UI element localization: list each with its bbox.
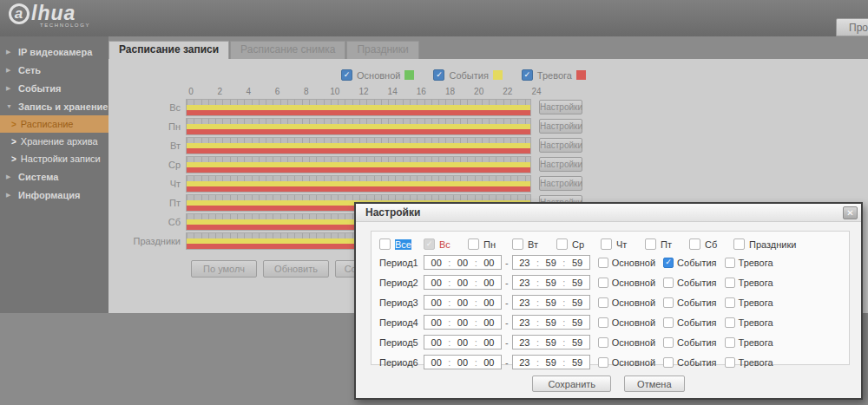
row-settings-button[interactable]: Настройки [539, 119, 582, 134]
sidebar: ▶IP видеокамера▶Сеть▶События▼Запись и хр… [0, 36, 108, 313]
time-input-end[interactable]: 23:59:59 [512, 335, 590, 349]
hour-label: 20 [474, 87, 483, 96]
checkbox[interactable]: ✓ [341, 69, 352, 81]
time-input-start[interactable]: 00:00:00 [424, 255, 502, 270]
row-settings-button[interactable]: Настройки [539, 176, 582, 191]
schedule-track[interactable] [186, 99, 531, 116]
day-checkbox-label: Вс [439, 239, 450, 250]
checkbox[interactable] [725, 278, 735, 288]
series-strip [187, 148, 530, 154]
sidebar-subitem-label: Хранение архива [21, 136, 98, 147]
row-settings-button[interactable]: Настройки [539, 138, 582, 153]
sidebar-subitem[interactable]: >Хранение архива [0, 133, 108, 150]
checkbox[interactable] [468, 238, 479, 250]
row-settings-button[interactable]: Настройки [539, 100, 582, 114]
checkbox[interactable] [598, 337, 608, 348]
schedule-track[interactable] [186, 118, 531, 135]
period-checkbox-main: Основной [598, 278, 655, 288]
period-label: Период3 [379, 297, 424, 308]
footer-button-0[interactable]: По умолч [191, 260, 257, 278]
colon: : [562, 278, 565, 288]
sidebar-item[interactable]: ▶IP видеокамера [0, 42, 108, 61]
checkbox[interactable] [598, 317, 608, 328]
preview-button[interactable]: Просмотр [836, 18, 868, 36]
dahua-logo: alhua TECHNOLOGY [9, 2, 90, 28]
checkbox[interactable] [725, 337, 735, 348]
row-settings-button[interactable]: Настройки [539, 157, 582, 172]
colon: : [536, 258, 539, 268]
checkbox[interactable] [379, 238, 391, 250]
checkbox[interactable] [556, 238, 568, 250]
sidebar-item[interactable]: ▼Запись и хранение [0, 97, 108, 115]
sidebar-item[interactable]: ▶Сеть [0, 61, 108, 79]
time-input-start[interactable]: 00:00:00 [424, 335, 502, 349]
checkbox[interactable] [689, 238, 700, 250]
time-input-start[interactable]: 00:00:00 [424, 315, 502, 330]
checkbox[interactable] [598, 258, 608, 268]
checkbox[interactable] [598, 357, 608, 368]
checkbox[interactable] [663, 337, 674, 348]
time-input-start[interactable]: 00:00:00 [424, 295, 502, 310]
save-button[interactable]: Сохранить [532, 376, 611, 392]
dash: - [505, 297, 509, 308]
dialog-day-option: Ср [556, 238, 601, 250]
checkbox[interactable] [598, 297, 608, 308]
time-input-end[interactable]: 23:59:59 [512, 255, 590, 270]
chevron-right-icon: ▶ [6, 85, 14, 92]
sidebar-item[interactable]: ▶События [0, 79, 108, 97]
checkbox[interactable] [725, 258, 735, 268]
time-input-start[interactable]: 00:00:00 [424, 275, 502, 290]
sidebar-item[interactable]: ▶Информация [0, 186, 108, 204]
checkbox[interactable]: ✓ [424, 238, 435, 250]
time-input-start[interactable]: 00:00:00 [424, 355, 502, 369]
checkbox[interactable] [663, 357, 674, 368]
checkbox[interactable]: ✓ [433, 69, 444, 81]
chevron-down-icon: ▼ [6, 103, 14, 109]
cancel-button[interactable]: Отмена [624, 376, 684, 392]
sidebar-item[interactable]: ▶Система [0, 167, 108, 186]
day-checkbox-label: Пн [483, 239, 496, 250]
footer-button-1[interactable]: Обновить [263, 260, 329, 278]
period-checkbox-events: События [663, 278, 716, 288]
time-input-end[interactable]: 23:59:59 [512, 275, 590, 290]
checkbox[interactable] [598, 278, 608, 288]
checkbox[interactable] [663, 317, 674, 328]
schedule-track[interactable] [186, 137, 531, 154]
checkbox[interactable]: ✓ [522, 69, 533, 81]
sidebar-subitem[interactable]: >Расписание [0, 115, 108, 133]
checkbox[interactable] [663, 297, 674, 308]
checkbox[interactable] [725, 297, 735, 308]
schedule-track[interactable] [186, 156, 531, 173]
time-segment: 23 [519, 278, 529, 288]
chevron-right-icon: ▶ [6, 49, 14, 56]
time-input-end[interactable]: 23:59:59 [512, 315, 590, 330]
checkbox[interactable] [601, 238, 612, 250]
sidebar-subitem[interactable]: >Настройки записи [0, 150, 108, 167]
schedule-segment [187, 186, 530, 192]
period-label: Период1 [379, 258, 424, 268]
dialog-day-option: Все [379, 238, 424, 250]
checkbox[interactable] [512, 238, 523, 250]
tab-2[interactable]: Праздники [346, 41, 418, 59]
period-row: Период400:00:00-23:59:59ОсновнойСобытияТ… [379, 315, 841, 330]
checkbox[interactable]: ✓ [663, 258, 674, 268]
dialog-day-option: Вт [512, 238, 556, 250]
check-icon: ✓ [665, 258, 672, 267]
dash: - [505, 317, 509, 328]
checkbox-label: Тревога [739, 258, 773, 268]
time-segment: 23 [519, 357, 529, 368]
checkbox[interactable] [663, 278, 674, 288]
checkbox[interactable] [645, 238, 656, 250]
checkbox[interactable] [733, 238, 745, 250]
sidebar-item-label: Запись и хранение [18, 101, 108, 112]
time-input-end[interactable]: 23:59:59 [512, 295, 590, 310]
close-icon[interactable]: ✕ [843, 206, 858, 219]
checkbox[interactable] [725, 357, 735, 368]
time-input-end[interactable]: 23:59:59 [512, 355, 590, 369]
schedule-track[interactable] [186, 175, 531, 193]
checkbox-label: Основной [612, 337, 655, 348]
legend-label: Основной [357, 70, 400, 81]
tab-1[interactable]: Расписание снимка [230, 41, 345, 59]
checkbox[interactable] [725, 317, 735, 328]
tab-0[interactable]: Расписание записи [108, 41, 229, 59]
